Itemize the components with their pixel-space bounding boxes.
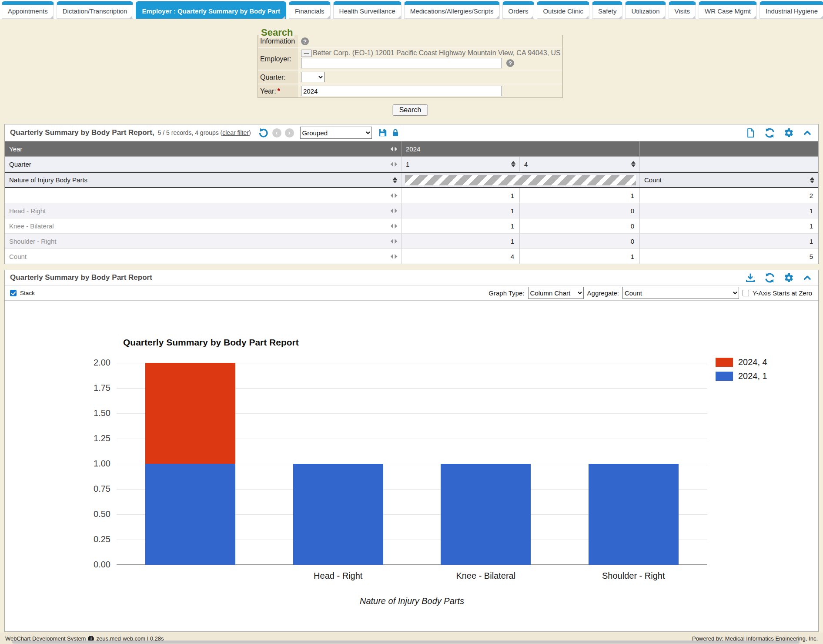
table-row-knee-bilateral: Knee - Bilateral101 [5,218,818,234]
gear-icon[interactable] [784,273,794,283]
quarter-4-value: 0 [520,234,640,248]
column-resize-icon[interactable] [391,162,397,167]
undo-icon[interactable] [258,127,269,138]
aggregate-select[interactable]: Count [622,287,739,299]
tab-medications-allergies-scripts[interactable]: Medications/Allergies/Scripts [404,1,500,19]
tab-safety[interactable]: Safety [592,1,623,19]
tab-industrial-hygiene[interactable]: Industrial Hygiene [759,1,823,19]
search-button[interactable]: Search [393,104,428,116]
tab-label: Financials [295,7,325,15]
tab-outside-clinic[interactable]: Outside Clinic [537,1,589,19]
search-form: Information ? Employer: — Better Corp. (… [258,35,563,98]
lock-icon[interactable] [391,128,400,137]
sort-icon[interactable] [511,161,515,167]
tab-utilization[interactable]: Utilization [625,1,666,19]
quarter-1-value: 1 [401,218,520,233]
chart-legend: 2024, 42024, 1 [716,357,767,381]
tab-label: Outside Clinic [543,7,583,15]
tab-health-surveillance[interactable]: Health Surveillance [333,1,401,19]
table-row-nature: Nature of Injury Body Parts Count [5,172,818,188]
employer-collapse-button[interactable]: — [301,50,312,57]
quarter-4-cell: 4 [520,157,640,171]
collapse-panel-icon[interactable] [803,128,812,138]
tab-label: WR Case Mgmt [705,7,751,15]
tab-orders[interactable]: Orders [502,1,535,19]
tab-label: Industrial Hygiene [766,7,818,15]
clear-filter-link[interactable]: clear filter [222,129,249,136]
employer-help-icon[interactable]: ? [506,59,514,67]
information-help-icon[interactable]: ? [301,37,309,45]
legend-swatch [716,372,733,381]
tab-financials[interactable]: Financials [289,1,331,19]
quarter-1-cell: 1 [401,157,520,171]
y-tick-label: 0.25 [80,534,110,544]
stack-label: Stack [20,290,35,296]
search-row-quarter: Quarter: [258,70,562,84]
legend-label: 2024, 1 [738,371,767,381]
aggregate-label: Aggregate: [587,289,619,297]
search-row-information: Information ? [258,35,562,48]
tab-employer-quarterly-summary-by-body-part[interactable]: Employer : Quarterly Summary by Body Par… [136,1,286,19]
row-label-cell: Head - Right [5,203,401,218]
refresh-icon[interactable] [764,272,775,283]
tab-label: Appointments [8,7,48,15]
report-table-panel: Quarterly Summary by Body Part Report, 5… [4,124,819,264]
gear-icon[interactable] [784,128,794,138]
download-icon[interactable] [745,272,756,283]
view-mode-select[interactable]: Grouped [300,127,372,139]
count-value: 5 [640,249,818,264]
horizontal-scrollbar-thumb[interactable] [12,641,800,644]
tab-wr-case-mgmt[interactable]: WR Case Mgmt [699,1,757,19]
year-header-cell: Year [5,141,401,156]
x-tick-label: Head - Right [268,571,408,581]
tab-label: Dictation/Transcription [63,7,127,15]
collapse-panel-icon[interactable] [803,273,812,282]
employer-search-input[interactable] [301,58,502,68]
refresh-icon[interactable] [764,127,775,138]
quarter-4-value: 1 [520,188,640,203]
column-resize-icon[interactable] [391,193,397,198]
stack-checkbox[interactable] [10,290,17,296]
table-row-head-right: Head - Right101 [5,203,818,218]
row-label-cell: Count [5,249,401,264]
column-resize-icon[interactable] [391,239,397,244]
tab-label: Safety [598,7,617,15]
tab-label: Employer : Quarterly Summary by Body Par… [142,7,280,15]
bar-segment-2024-1-shoulder-right [589,464,679,565]
table-row-year: Year 2024 [5,141,818,157]
new-document-icon[interactable] [746,128,756,138]
quarter-4-value: 1 [520,249,640,264]
quarter-1-value: 1 [401,188,520,203]
next-page-icon[interactable]: › [285,128,294,138]
y-tick-label: 0.50 [80,509,110,519]
table-row-blank: 112 [5,188,818,203]
y-axis-zero-checkbox[interactable] [743,290,749,296]
chart-stage: Quarterly Summary by Body Part Report 20… [5,301,818,631]
column-resize-icon[interactable] [391,208,397,213]
legend-swatch [716,358,733,367]
tab-appointments[interactable]: Appointments [2,1,54,19]
sort-icon[interactable] [810,177,814,183]
save-icon[interactable] [378,128,388,138]
count-value: 1 [640,234,818,248]
sort-icon[interactable] [393,177,397,183]
sort-icon[interactable] [631,161,636,167]
quarter-label: Quarter: [258,70,298,84]
column-resize-icon[interactable] [391,254,397,259]
employer-label: Employer: [258,48,298,70]
quarter-1-value: 4 [401,249,520,264]
tab-visits[interactable]: Visits [669,1,696,19]
prev-page-icon[interactable]: ‹ [272,128,281,138]
search-section-title: Search [259,27,294,38]
report-table: Year 2024 Quarter 1 4 [5,141,818,264]
quarter-select[interactable] [301,72,325,82]
year-input[interactable] [301,86,502,96]
tab-dictation-transcription[interactable]: Dictation/Transcription [57,1,134,19]
column-resize-icon[interactable] [391,147,397,151]
y-axis-zero-label: Y-Axis Starts at Zero [753,289,812,297]
graph-type-select[interactable]: Column Chart [528,287,584,299]
chart-panel-title: Quarterly Summary by Body Part Report [10,273,152,282]
bar-segment-2024-1-blank [145,464,235,565]
column-resize-icon[interactable] [391,224,397,228]
x-axis-title: Nature of Injury Body Parts [117,596,707,606]
